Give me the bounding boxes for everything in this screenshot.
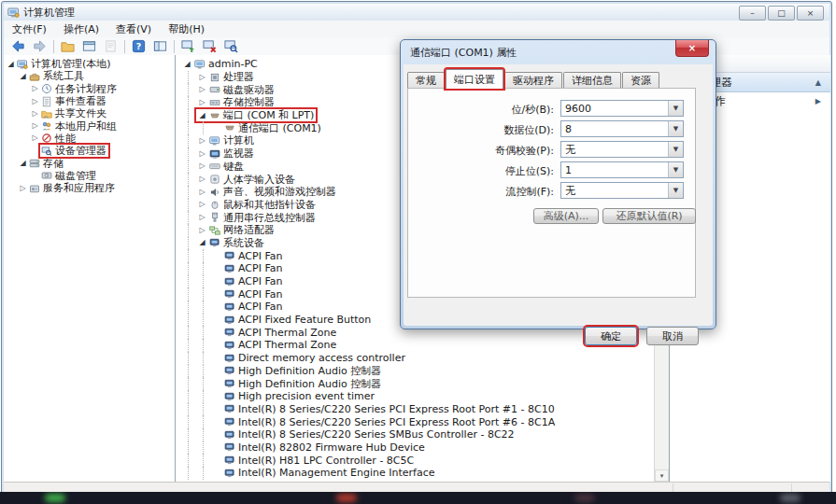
console-tree-button[interactable] bbox=[149, 37, 171, 55]
expand-expander-icon[interactable]: ▷ bbox=[196, 201, 208, 208]
console-tree-item-row[interactable]: ◢系统工具 bbox=[4, 70, 175, 82]
console-tree-item-row[interactable]: 磁盘管理 bbox=[4, 170, 175, 182]
menu-item[interactable]: 帮助(H) bbox=[160, 21, 213, 37]
expand-expander-icon[interactable]: ▷ bbox=[196, 227, 208, 234]
audio-icon bbox=[208, 186, 220, 198]
collapse-expander-icon[interactable]: ◢ bbox=[196, 112, 208, 119]
back-arrow-button[interactable] bbox=[7, 37, 29, 55]
expand-expander-icon[interactable]: ▷ bbox=[18, 185, 28, 192]
dialog-tab[interactable]: 详细信息 bbox=[563, 72, 621, 89]
field-label: 数据位(D): bbox=[408, 123, 554, 137]
system-device-icon bbox=[223, 403, 235, 415]
expand-expander-icon[interactable]: ▷ bbox=[30, 110, 40, 118]
expand-expander-icon[interactable]: ▷ bbox=[196, 189, 208, 196]
combobox[interactable]: 8▼ bbox=[560, 120, 684, 137]
shared-folders-icon bbox=[40, 107, 52, 119]
help-button[interactable]: ? bbox=[128, 37, 149, 55]
folder-button[interactable] bbox=[57, 37, 78, 55]
combobox[interactable]: 1▼ bbox=[560, 161, 684, 178]
cancel-button[interactable]: 取消 bbox=[646, 327, 699, 345]
system-device-icon bbox=[223, 262, 235, 274]
chevron-down-icon[interactable]: ▼ bbox=[668, 121, 683, 136]
expand-expander-icon[interactable]: ▷ bbox=[196, 86, 208, 93]
combobox[interactable]: 9600▼ bbox=[560, 100, 684, 117]
expand-expander-icon[interactable]: ▷ bbox=[30, 98, 40, 105]
device-tree-item-row[interactable]: High Definition Audio 控制器 bbox=[176, 365, 669, 378]
expand-expander-icon[interactable]: ▷ bbox=[196, 162, 208, 170]
minimize-button[interactable]: – bbox=[739, 6, 766, 21]
dialog-tab[interactable]: 端口设置 bbox=[446, 69, 503, 89]
disk-drive-icon bbox=[208, 84, 220, 96]
device-tree-item-label: Intel(R) 82802 Firmware Hub Device bbox=[238, 441, 425, 454]
collapse-expander-icon[interactable]: ◢ bbox=[196, 239, 208, 246]
restore-defaults-button[interactable]: 还原默认值(R) bbox=[602, 208, 696, 224]
expand-expander-icon[interactable]: ▷ bbox=[196, 214, 208, 221]
console-tree-item-row[interactable]: ▷共享文件夹 bbox=[4, 107, 175, 119]
system-tools-icon bbox=[28, 70, 40, 82]
device-tree-item-row[interactable]: Intel(R) 82802 Firmware Hub Device bbox=[176, 441, 669, 455]
console-tree-item-row[interactable]: ▷服务和应用程序 bbox=[4, 182, 175, 194]
combobox[interactable]: 无▼ bbox=[560, 182, 684, 199]
console-tree-item-row[interactable]: ▷任务计划程序 bbox=[4, 83, 175, 95]
device-tree-item-row[interactable]: Intel(R) 8 Series/C220 Series PCI Expres… bbox=[176, 415, 669, 428]
device-tree-item-row[interactable]: High Definition Audio 控制器 bbox=[176, 377, 669, 390]
device-tree-item-row[interactable]: Intel(R) 8 Series/C220 Series SMBus Cont… bbox=[176, 428, 669, 441]
device-tree-item-row[interactable]: Intel(R) 8 Series/C220 Series PCI Expres… bbox=[176, 403, 669, 416]
chevron-down-icon[interactable]: ▼ bbox=[668, 142, 683, 157]
uninstall-device-button[interactable] bbox=[199, 37, 220, 55]
expand-expander-icon[interactable]: ▷ bbox=[196, 150, 208, 158]
scan-hardware-button[interactable] bbox=[220, 37, 242, 55]
chevron-down-icon[interactable]: ▼ bbox=[668, 101, 683, 116]
collapse-expander-icon[interactable]: ◢ bbox=[18, 73, 28, 80]
expand-expander-icon[interactable]: ▷ bbox=[30, 122, 40, 130]
expand-expander-icon[interactable]: ▷ bbox=[196, 137, 208, 145]
console-tree-item-row[interactable]: ▷事件查看器 bbox=[4, 95, 175, 107]
scroll-down-icon[interactable]: ▾ bbox=[655, 469, 669, 482]
console-tree-item-row[interactable]: ▷性能 bbox=[4, 133, 175, 145]
device-tree-item-row[interactable]: Intel(R) Management Engine Interface bbox=[176, 467, 669, 480]
console-tree-item-row[interactable]: 设备管理器 bbox=[4, 145, 175, 157]
collapse-expander-icon[interactable]: ◢ bbox=[18, 160, 28, 167]
advanced-button[interactable]: 高级(A)... bbox=[533, 208, 599, 224]
console-tree-item-row[interactable]: ◢计算机管理(本地) bbox=[4, 58, 175, 70]
device-tree-item-label: Intel(R) H81 LPC Controller - 8C5C bbox=[238, 455, 414, 467]
expand-expander-icon[interactable]: ▷ bbox=[30, 134, 40, 142]
collapse-expander-icon[interactable]: ◢ bbox=[6, 61, 16, 68]
device-tree-item-row[interactable]: High precision event timer bbox=[176, 390, 669, 403]
system-device-icon bbox=[223, 301, 235, 313]
title-bar[interactable]: 计算机管理 –□× bbox=[4, 4, 829, 21]
console-tree-item-row[interactable]: ◢存储 bbox=[4, 157, 175, 169]
expand-expander-icon[interactable]: ▷ bbox=[196, 175, 208, 183]
combobox[interactable]: 无▼ bbox=[560, 141, 684, 158]
device-tree-item-row[interactable]: Direct memory access controller bbox=[176, 352, 669, 365]
console-tree-item-row[interactable]: ▷本地用户和组 bbox=[4, 119, 175, 132]
menu-item[interactable]: 查看(V) bbox=[107, 21, 160, 37]
close-button[interactable]: × bbox=[797, 6, 824, 21]
device-tree-item-label: ACPI Fixed Feature Button bbox=[238, 314, 371, 326]
ok-button[interactable]: 确定 bbox=[585, 327, 637, 345]
device-tree-item-row[interactable]: Intel(R) H81 LPC Controller - 8C5C bbox=[176, 454, 669, 467]
maximize-button[interactable]: □ bbox=[768, 6, 795, 21]
field-row: 停止位(S):1▼ bbox=[408, 161, 695, 178]
computer-management-icon bbox=[16, 58, 28, 70]
expand-expander-icon[interactable]: ▷ bbox=[196, 74, 208, 81]
forward-arrow-button[interactable] bbox=[29, 37, 50, 55]
menu-item[interactable]: 文件(F) bbox=[4, 21, 55, 37]
dialog-tab[interactable]: 资源 bbox=[622, 72, 659, 89]
expand-expander-icon[interactable]: ▷ bbox=[196, 99, 208, 106]
chevron-down-icon[interactable]: ▼ bbox=[668, 162, 683, 177]
console-window-button[interactable] bbox=[78, 37, 100, 55]
update-driver-button[interactable] bbox=[177, 37, 199, 55]
collapse-expander-icon[interactable]: ◢ bbox=[181, 61, 193, 68]
system-device-icon bbox=[223, 314, 235, 326]
expand-expander-icon[interactable]: ▷ bbox=[30, 85, 40, 92]
taskbar[interactable] bbox=[0, 492, 836, 504]
expand-icon[interactable]: ▶ bbox=[815, 97, 821, 105]
collapse-icon[interactable]: ▲ bbox=[815, 78, 821, 87]
dialog-tab[interactable]: 常规 bbox=[407, 72, 445, 89]
dialog-tab[interactable]: 驱动程序 bbox=[504, 72, 562, 89]
device-tree-item-label: ACPI Fan bbox=[238, 262, 282, 274]
dialog-close-button[interactable]: × bbox=[675, 40, 709, 57]
chevron-down-icon[interactable]: ▼ bbox=[668, 183, 683, 198]
menu-item[interactable]: 操作(A) bbox=[55, 21, 107, 37]
